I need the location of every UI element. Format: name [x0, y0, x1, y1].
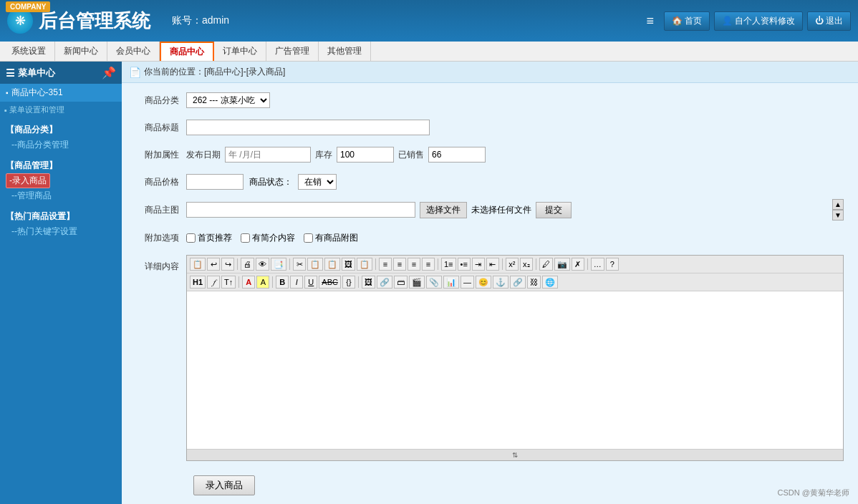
- tb-image2-btn[interactable]: 🔗: [377, 276, 392, 289]
- sold-input[interactable]: 66: [428, 147, 486, 163]
- tb-img2-btn[interactable]: 📷: [554, 258, 570, 271]
- category-control: 262 --- 凉菜小吃: [186, 92, 844, 108]
- tb-outdent-btn[interactable]: ⇤: [486, 258, 499, 271]
- nav-item-member[interactable]: 会员中心: [107, 42, 160, 61]
- checkbox-gallery[interactable]: 有商品附图: [304, 232, 358, 244]
- home-button[interactable]: 🏠 首页: [664, 11, 710, 31]
- nav-item-product[interactable]: 商品中心: [160, 42, 214, 61]
- top-right: ≡ 🏠 首页 👤 自个人资料修改 ⏻ 退出: [646, 11, 851, 31]
- nav-item-order[interactable]: 订单中心: [214, 42, 266, 61]
- submit-product-button[interactable]: 录入商品: [193, 475, 255, 495]
- tb-indent-btn[interactable]: ⇥: [472, 258, 485, 271]
- system-title: 后台管理系统: [39, 9, 150, 34]
- editor-scroll-bar[interactable]: ⇅: [187, 449, 843, 460]
- submit-image-button[interactable]: 提交: [536, 202, 572, 218]
- tb-sup-btn[interactable]: x²: [506, 258, 519, 271]
- title-control: [186, 120, 844, 135]
- tb-align-left-btn[interactable]: ≡: [379, 258, 392, 271]
- tb-attach-btn[interactable]: 📎: [426, 276, 442, 289]
- editor-body[interactable]: [187, 291, 843, 449]
- tb-preview-btn[interactable]: 👁: [256, 258, 269, 271]
- price-input[interactable]: [186, 174, 244, 190]
- stock-label: 库存: [315, 149, 332, 161]
- sidebar-link-add-product[interactable]: -录入商品: [6, 173, 50, 188]
- tb-strikethrough-btn[interactable]: ABC: [319, 276, 341, 289]
- detail-row: 详细内容 📋 ↩ ↪ 🖨 👁 📑 ✂: [136, 255, 844, 461]
- tb-font-size-btn[interactable]: T↑: [221, 276, 236, 289]
- tb-source-btn[interactable]: 🌐: [542, 276, 558, 289]
- tb-link-btn[interactable]: 🔗: [510, 276, 526, 289]
- sidebar-link-category-manage[interactable]: --商品分类管理: [6, 137, 116, 152]
- logout-button[interactable]: ⏻ 退出: [807, 11, 851, 31]
- title-input[interactable]: [186, 120, 430, 135]
- nav-item-system[interactable]: 系统设置: [3, 42, 55, 61]
- checkbox-intro-input[interactable]: [241, 233, 250, 243]
- tb-image-insert-btn[interactable]: 🖼: [362, 276, 375, 289]
- tb-align-justify-btn[interactable]: ≡: [422, 258, 435, 271]
- publish-date-label: 发布日期: [186, 149, 221, 161]
- account-info: 账号：admin: [172, 14, 229, 27]
- tb-align-center-btn[interactable]: ≡: [393, 258, 406, 271]
- tb-font-color-a-btn[interactable]: A: [242, 276, 255, 289]
- nav-item-other[interactable]: 其他管理: [319, 42, 371, 61]
- tb-redo-btn[interactable]: ↪: [221, 258, 234, 271]
- tb-hr-btn[interactable]: —: [461, 276, 474, 289]
- tb-print-btn[interactable]: 🖨: [241, 258, 254, 271]
- sidebar-mgmt-icon: ▪: [4, 106, 7, 115]
- tb-media-btn[interactable]: 🎬: [409, 276, 425, 289]
- tb-font-style-btn[interactable]: 𝑓: [207, 276, 220, 289]
- nav-item-ads[interactable]: 广告管理: [266, 42, 319, 61]
- logout-icon: ⏻: [815, 16, 824, 26]
- tb-sub-btn[interactable]: x₂: [520, 258, 533, 271]
- tb-italic-btn[interactable]: I: [290, 276, 303, 289]
- tb-undo-btn[interactable]: ↩: [207, 258, 220, 271]
- tb-help-btn[interactable]: ?: [606, 258, 619, 271]
- tb-emoji-btn[interactable]: 😊: [476, 276, 491, 289]
- tb-pen-btn[interactable]: 🖊: [539, 258, 553, 271]
- detail-control: 📋 ↩ ↪ 🖨 👁 📑 ✂ 📋 📋 🖼 📋: [186, 255, 844, 461]
- tb-more-btn[interactable]: …: [591, 258, 604, 271]
- tb-template-btn[interactable]: 📑: [271, 258, 286, 271]
- tb-h1-btn[interactable]: H1: [190, 276, 206, 289]
- checkbox-intro[interactable]: 有简介内容: [241, 232, 295, 244]
- choose-file-button[interactable]: 选择文件: [420, 202, 467, 218]
- tb-bold-btn[interactable]: B: [276, 276, 289, 289]
- tb-underline-btn[interactable]: U: [304, 276, 317, 289]
- tb-img-btn[interactable]: 🖼: [342, 258, 355, 271]
- tb-unlink-btn[interactable]: ⛓: [527, 276, 541, 289]
- tb-list-ul-btn[interactable]: •≡: [458, 258, 471, 271]
- tb-paste2-btn[interactable]: 📋: [324, 258, 340, 271]
- profile-button[interactable]: 👤 自个人资料修改: [714, 11, 803, 31]
- tb-align-right-btn[interactable]: ≡: [408, 258, 420, 271]
- nav-item-news[interactable]: 新闻中心: [55, 42, 107, 61]
- tb-anchor-btn[interactable]: ⚓: [493, 276, 508, 289]
- checkbox-home-recommend-input[interactable]: [186, 233, 196, 243]
- tb-paste3-btn[interactable]: 📋: [357, 258, 372, 271]
- tb-table-btn[interactable]: 📊: [443, 276, 459, 289]
- tb-paste-btn[interactable]: 📋: [190, 258, 206, 271]
- category-select[interactable]: 262 --- 凉菜小吃: [186, 92, 270, 108]
- scroll-up-icon[interactable]: ▲: [832, 199, 844, 210]
- tb-highlight-btn[interactable]: A: [256, 276, 269, 289]
- tb-cross-btn[interactable]: ✗: [572, 258, 584, 271]
- sidebar-pin-icon[interactable]: 📌: [102, 66, 116, 79]
- checkbox-gallery-input[interactable]: [304, 233, 313, 243]
- tb-cut-btn[interactable]: ✂: [293, 258, 306, 271]
- sidebar-link-manage-product[interactable]: --管理商品: [6, 188, 116, 203]
- sidebar-submenu-header: ▪ 商品中心-351: [0, 84, 122, 102]
- tb-copy-btn[interactable]: 📋: [307, 258, 323, 271]
- scroll-down-icon[interactable]: ▼: [832, 210, 844, 220]
- stock-input[interactable]: 100: [337, 147, 394, 163]
- publish-date-input[interactable]: [225, 147, 311, 163]
- profile-icon: 👤: [722, 16, 733, 26]
- checkbox-home-recommend[interactable]: 首页推荐: [186, 232, 232, 244]
- status-select[interactable]: 在销 下架: [298, 174, 337, 190]
- title-row: 商品标题: [136, 117, 844, 137]
- tb-code-btn[interactable]: {}: [342, 276, 355, 289]
- tb-list-ol-btn[interactable]: 1≡: [441, 258, 456, 271]
- image-path-input[interactable]: [186, 202, 415, 218]
- tb-file-btn[interactable]: 🗃: [394, 276, 408, 289]
- hamburger-icon[interactable]: ≡: [646, 14, 654, 29]
- attrs-row: 附加属性 发布日期 库存 100 已销售 66: [136, 145, 844, 165]
- sidebar-link-keyword[interactable]: --热门关键字设置: [6, 224, 116, 239]
